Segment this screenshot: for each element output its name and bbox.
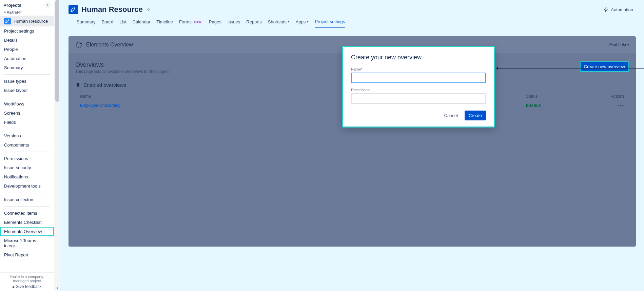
bookmark-icon — [75, 82, 81, 88]
tab-apps[interactable]: Apps▾ — [296, 19, 309, 28]
sidebar-item-issue-layout[interactable]: Issue layout — [0, 86, 54, 95]
panel-title: Elements Overview — [86, 42, 133, 48]
give-feedback-link[interactable]: Give feedback — [3, 284, 51, 289]
sidebar-item-microsoft-teams-integr-[interactable]: Microsoft Teams integr... — [0, 236, 54, 250]
overviews-subtitle: This page lists all available overviews … — [75, 69, 170, 74]
row-actions-menu[interactable]: ••• — [597, 103, 624, 108]
sidebar-item-issue-security[interactable]: Issue security — [0, 163, 54, 172]
tabs: SummaryBoardListCalendarTimelineFormsNEW… — [69, 14, 636, 28]
sidebar-item-screens[interactable]: Screens — [0, 109, 54, 118]
sidebar-item-notifications[interactable]: Notifications — [0, 172, 54, 181]
tab-calendar[interactable]: Calendar — [133, 19, 151, 28]
page-title: Human Resource — [81, 5, 143, 14]
tab-issues[interactable]: Issues — [228, 19, 240, 28]
description-label: Description — [351, 88, 486, 92]
create-new-overview-button[interactable]: Create new overview — [580, 61, 629, 72]
sidebar-item-summary[interactable]: Summary — [0, 63, 54, 72]
sidebar-item-issue-types[interactable]: Issue types — [0, 77, 54, 86]
tab-project-settings[interactable]: Project settings — [315, 19, 345, 28]
col-status: Status — [526, 94, 594, 99]
sidebar-project-item[interactable]: Human Resource — [0, 16, 54, 26]
sidebar-item-fields[interactable]: Fields — [0, 118, 54, 127]
sidebar-footer: You're in a company-managed project Give… — [0, 272, 54, 291]
status-badge: ENABLE — [526, 104, 594, 108]
sidebar-item-permissions[interactable]: Permissions — [0, 154, 54, 163]
scrollbar-thumb[interactable] — [55, 0, 59, 102]
svg-point-0 — [76, 42, 82, 48]
sidebar-item-people[interactable]: People — [0, 45, 54, 54]
nav-divider — [4, 97, 50, 97]
description-input[interactable] — [351, 93, 486, 104]
automation-button[interactable]: Automation — [601, 5, 636, 14]
star-icon[interactable]: ✧ — [146, 6, 151, 13]
tab-timeline[interactable]: Timeline — [156, 19, 173, 28]
nav-divider — [4, 152, 50, 152]
sidebar-title: Projects — [3, 3, 21, 8]
modal-title: Create your new overview — [351, 54, 486, 61]
tab-reports[interactable]: Reports — [246, 19, 262, 28]
annotation-arrow — [497, 68, 644, 69]
add-project-icon[interactable]: + — [44, 2, 51, 8]
cancel-button[interactable]: Cancel — [441, 111, 461, 120]
nav-divider — [4, 74, 50, 75]
nav-divider — [4, 193, 50, 193]
find-help-dropdown[interactable]: Find help ▾ — [609, 42, 629, 47]
bolt-icon — [603, 7, 609, 12]
sidebar-item-automation[interactable]: Automation — [0, 54, 54, 63]
rocket-icon — [69, 5, 78, 14]
sidebar-item-elements-overview[interactable]: Elements Overview — [0, 227, 54, 236]
tab-list[interactable]: List — [119, 19, 126, 28]
tab-forms[interactable]: FormsNEW — [179, 19, 203, 28]
tab-summary[interactable]: Summary — [77, 19, 96, 28]
project-name: Human Resource — [14, 19, 48, 24]
chevron-down-icon: ▾ — [288, 20, 290, 23]
tab-shortcuts[interactable]: Shortcuts▾ — [268, 19, 290, 28]
tab-pages[interactable]: Pages — [209, 19, 221, 28]
create-button[interactable]: Create — [465, 111, 486, 120]
footer-note: You're in a company-managed project — [3, 275, 51, 283]
sidebar-item-versions[interactable]: Versions — [0, 131, 54, 140]
svg-point-1 — [80, 43, 81, 44]
overview-logo-icon — [75, 41, 83, 48]
nav-divider — [4, 129, 50, 129]
sidebar-item-issue-collectors[interactable]: Issue collectors — [0, 195, 54, 204]
new-badge: NEW — [193, 20, 203, 24]
sidebar-item-elements-checklist[interactable]: Elements Checklist — [0, 218, 54, 227]
overviews-heading: Overviews — [75, 61, 170, 69]
name-input[interactable] — [351, 73, 486, 83]
main-content: Human Resource ✧ Automation SummaryBoard… — [60, 0, 644, 291]
create-overview-modal: Create your new overview Name* Descripti… — [342, 46, 495, 128]
enabled-heading: Enabled overviews — [83, 82, 126, 88]
sidebar-item-pivot-report[interactable]: Pivot Report — [0, 250, 54, 259]
chevron-down-icon: ▾ — [627, 43, 629, 46]
sidebar-item-components[interactable]: Components — [0, 140, 54, 150]
sidebar-item-project-settings[interactable]: Project settings — [0, 26, 54, 36]
scroll-down-icon[interactable]: ▾ — [54, 285, 60, 291]
sidebar-item-development-tools[interactable]: Development tools — [0, 181, 54, 191]
recent-toggle[interactable]: RECENT — [0, 9, 54, 16]
sidebar-item-workflows[interactable]: Workflows — [0, 99, 54, 109]
name-label: Name* — [351, 67, 486, 71]
sidebar-item-connected-items[interactable]: Connected items — [0, 209, 54, 218]
sidebar-header: Projects + — [0, 0, 54, 9]
sidebar: Projects + RECENT Human Resource Project… — [0, 0, 54, 291]
tab-board[interactable]: Board — [102, 19, 114, 28]
sidebar-scrollbar[interactable]: ▾ — [54, 0, 60, 291]
col-actions: Actions — [597, 94, 624, 99]
nav-divider — [4, 206, 50, 207]
rocket-icon — [4, 18, 11, 24]
chevron-down-icon: ▾ — [307, 20, 309, 23]
sidebar-item-details[interactable]: Details — [0, 36, 54, 45]
